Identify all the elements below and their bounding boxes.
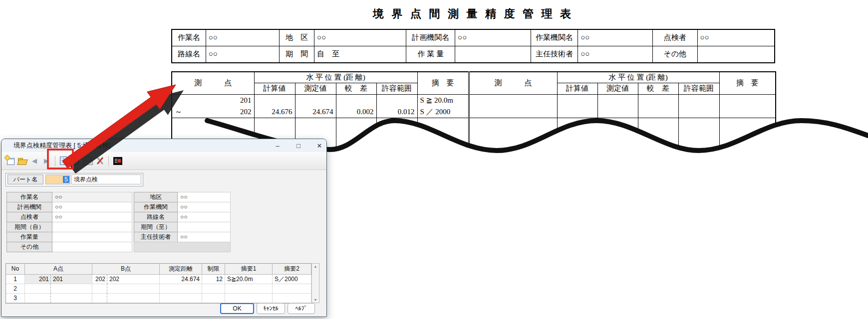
info-label: 期 間 bbox=[279, 46, 314, 62]
grid-cell-remark1[interactable] bbox=[225, 284, 273, 294]
help-button[interactable]: ﾍﾙﾌﾟ bbox=[288, 303, 315, 314]
record-empty bbox=[557, 94, 597, 118]
grid-cell-remark1[interactable] bbox=[225, 294, 273, 303]
form-row: 作業量 主任技術者 ○○ bbox=[6, 232, 231, 242]
form-field[interactable] bbox=[52, 242, 132, 252]
col-header-calc: 計算値 bbox=[254, 83, 295, 94]
info-value: ○○ bbox=[314, 30, 406, 46]
part-name-field[interactable]: 境界点検 bbox=[71, 174, 141, 184]
info-row: 路線名 ○○ 期 間 自 至 作 業 量 主任技術者 ○○ その他 bbox=[172, 46, 774, 62]
grid-cell-a[interactable] bbox=[25, 294, 92, 303]
grid-cell-remark2[interactable]: S／2000 bbox=[273, 275, 311, 284]
cancel-button[interactable]: ｷｬﾝｾﾙ bbox=[257, 303, 285, 314]
report-sheet-icon[interactable] bbox=[70, 155, 82, 167]
tools-icon[interactable] bbox=[94, 155, 106, 167]
calc-sheet-icon[interactable] bbox=[58, 155, 70, 167]
record-to-point: 202 bbox=[240, 106, 252, 118]
back-icon[interactable]: ◀ bbox=[28, 155, 40, 167]
form-row: 作業名 ○○ 地区 ○○ bbox=[6, 192, 231, 202]
form-field[interactable]: ○○ bbox=[178, 212, 231, 222]
print-icon[interactable] bbox=[82, 155, 94, 167]
col-header-point: 測 点 bbox=[172, 72, 254, 94]
col-group-horizontal: 水 平 位 置 (距 離) bbox=[557, 72, 719, 83]
open-folder-icon[interactable] bbox=[16, 155, 28, 167]
form-field[interactable]: ○○ bbox=[52, 212, 132, 222]
grid-cell-no[interactable]: 3 bbox=[6, 294, 25, 303]
info-value: ○○ bbox=[455, 30, 531, 46]
grid-header: A点 bbox=[25, 264, 92, 275]
grid-cell-a[interactable]: 201201 bbox=[25, 275, 92, 284]
forward-icon[interactable]: ▶ bbox=[40, 155, 52, 167]
col-header-point: 測 点 bbox=[469, 72, 557, 94]
info-value bbox=[697, 46, 775, 62]
col-header-tolerance: 許容範囲 bbox=[678, 83, 719, 94]
grid-cell-no[interactable]: 1 bbox=[6, 275, 25, 284]
new-part-icon[interactable] bbox=[4, 155, 16, 167]
report-info-table: 作業名 ○○ 地 区 ○○ 計画機関名 ○○ 作業機関名 ○○ 点検者 ○○ 路… bbox=[171, 29, 775, 63]
form-row: 期間（自） 期間（至） bbox=[6, 222, 231, 232]
tilde: ～ bbox=[175, 106, 182, 118]
grid-cell-remark2[interactable] bbox=[273, 284, 311, 294]
grid-cell-b[interactable] bbox=[92, 294, 160, 303]
grid-scrollbar[interactable]: ▲ ▼ bbox=[311, 263, 319, 303]
grid-cell-distance[interactable] bbox=[160, 284, 202, 294]
form-label: 作業機関 bbox=[134, 202, 178, 212]
form-label: 期間（至） bbox=[134, 222, 178, 232]
form-field[interactable]: ○○ bbox=[178, 192, 231, 202]
form-label: 作業量 bbox=[6, 232, 52, 242]
form-label: 作業名 bbox=[6, 192, 52, 202]
form-field[interactable]: ○○ bbox=[52, 192, 132, 202]
form-field[interactable] bbox=[178, 222, 231, 232]
form-field[interactable] bbox=[52, 222, 132, 232]
form-blank-area bbox=[134, 242, 231, 252]
record-empty bbox=[719, 94, 776, 118]
col-header-diff: 較 差 bbox=[336, 83, 376, 94]
record-empty bbox=[469, 118, 557, 155]
form-field[interactable] bbox=[52, 232, 132, 242]
grid-cell-limit[interactable] bbox=[202, 294, 225, 303]
grid-header: 摘要2 bbox=[273, 264, 311, 275]
scroll-down-icon[interactable]: ▼ bbox=[312, 298, 319, 302]
grid-cell-b[interactable]: 202202 bbox=[92, 275, 160, 284]
grid-cell-remark2[interactable] bbox=[273, 294, 311, 303]
grid-cell-b[interactable] bbox=[92, 284, 160, 294]
grid-cell-distance[interactable] bbox=[160, 294, 202, 303]
exit-icon[interactable] bbox=[111, 155, 123, 167]
info-label: 主任技術者 bbox=[531, 46, 578, 62]
grid-cell-limit[interactable]: 12 bbox=[202, 275, 225, 284]
form-row: その他 bbox=[6, 242, 231, 252]
info-value bbox=[455, 46, 531, 62]
grid-cell-a[interactable] bbox=[25, 284, 92, 294]
part-name-label: パート名 bbox=[7, 174, 43, 184]
grid-row: 2 bbox=[6, 284, 311, 294]
record-empty bbox=[469, 94, 557, 118]
col-header-measured: 測定値 bbox=[295, 83, 336, 94]
info-value: ○○ bbox=[206, 46, 280, 62]
part-number-field[interactable]: 5 bbox=[45, 174, 70, 184]
maximize-button[interactable]: □ bbox=[294, 142, 302, 150]
form-field[interactable]: ○○ bbox=[178, 232, 231, 242]
scroll-up-icon[interactable]: ▲ bbox=[312, 265, 319, 268]
info-label: 作業機関名 bbox=[531, 30, 578, 46]
record-tolerance: 0.012 bbox=[376, 94, 417, 118]
form-field[interactable]: ○○ bbox=[52, 202, 132, 212]
grid-cell-limit[interactable] bbox=[202, 284, 225, 294]
info-label: 作業名 bbox=[172, 30, 206, 46]
col-header-calc: 計算値 bbox=[557, 83, 597, 94]
form-field[interactable]: ○○ bbox=[178, 202, 231, 212]
info-label: 計画機関名 bbox=[406, 30, 455, 46]
record-empty bbox=[597, 94, 638, 118]
info-value: ○○ bbox=[578, 46, 652, 62]
grid-cell-distance[interactable]: 24.674 bbox=[160, 275, 202, 284]
col-header-tolerance: 許容範囲 bbox=[376, 83, 417, 94]
grid-cell-no[interactable]: 2 bbox=[6, 284, 25, 294]
minimize-button[interactable]: – bbox=[274, 142, 282, 150]
toolbar-separator bbox=[55, 156, 55, 166]
col-header-remarks: 摘 要 bbox=[719, 72, 776, 94]
dialog-titlebar[interactable]: 境界点検精度管理表 [ 5:境界点検] – □ ✕ bbox=[1, 139, 326, 152]
ok-button[interactable]: OK bbox=[220, 303, 254, 314]
part-number-value: 5 bbox=[63, 176, 69, 183]
close-button[interactable]: ✕ bbox=[315, 142, 323, 150]
record-to-point-line: ～ 202 bbox=[172, 106, 254, 118]
grid-cell-remark1[interactable]: S≧20.0m bbox=[225, 275, 273, 284]
